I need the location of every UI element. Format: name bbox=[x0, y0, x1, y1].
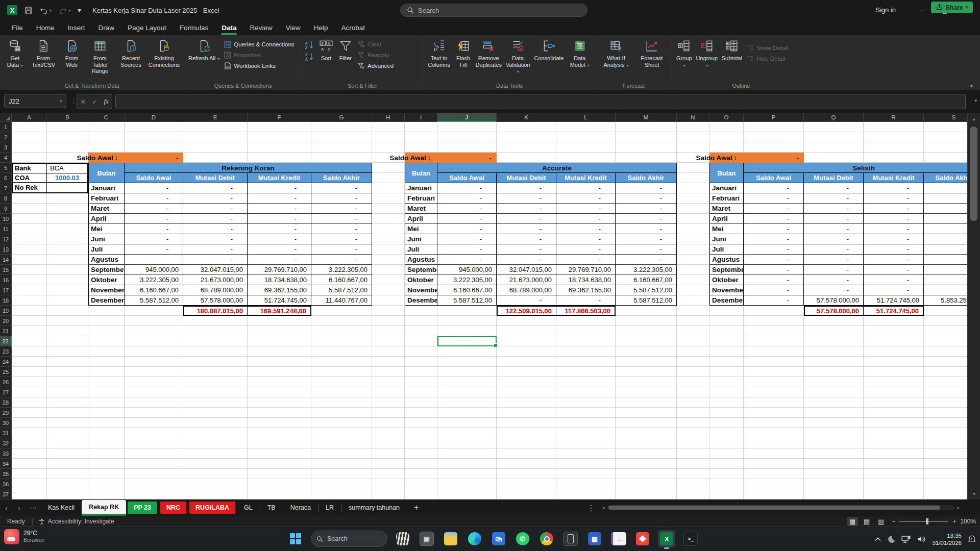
value-cell[interactable]: - bbox=[864, 224, 924, 234]
value-cell[interactable]: - bbox=[556, 255, 616, 265]
value-cell[interactable] bbox=[125, 255, 183, 265]
value-cell[interactable]: - bbox=[497, 234, 556, 244]
value-cell[interactable]: 18.734.638,00 bbox=[248, 275, 311, 285]
value-cell[interactable]: - bbox=[437, 183, 497, 193]
info-value[interactable] bbox=[47, 183, 87, 192]
refresh-all-button[interactable]: Refresh All ▾ bbox=[186, 37, 222, 64]
file-explorer-icon[interactable] bbox=[442, 530, 459, 547]
info-value[interactable]: 1000.03 bbox=[47, 173, 87, 183]
volume-icon[interactable] bbox=[917, 535, 926, 543]
tab-draw[interactable]: Draw bbox=[92, 20, 121, 35]
from-text-csv-button[interactable]: From Text/CSV bbox=[28, 37, 59, 69]
vertical-scroll-thumb[interactable] bbox=[970, 127, 977, 221]
advanced-filter-button[interactable]: Advanced bbox=[355, 61, 396, 70]
data-model-button[interactable]: iJData Model ▾ bbox=[566, 37, 594, 70]
value-cell[interactable]: - bbox=[183, 255, 248, 265]
anydesk-icon[interactable] bbox=[634, 530, 651, 547]
value-cell[interactable]: 5.587.512,00 bbox=[311, 285, 372, 295]
row-header-5[interactable]: 5 bbox=[0, 163, 12, 173]
value-cell[interactable]: - bbox=[497, 204, 556, 214]
value-cell[interactable]: - bbox=[311, 234, 372, 244]
value-cell[interactable]: - bbox=[864, 204, 924, 214]
month-cell[interactable]: April bbox=[709, 214, 744, 224]
row-header-29[interactable]: 29 bbox=[0, 408, 12, 418]
value-cell[interactable]: - bbox=[556, 295, 616, 306]
sheet-tab-tb[interactable]: TB bbox=[260, 499, 283, 516]
customize-quick-access-icon[interactable]: ▾ bbox=[78, 6, 81, 14]
undo-button[interactable]: ▾ bbox=[40, 6, 52, 14]
value-cell[interactable]: - bbox=[744, 193, 804, 204]
value-cell[interactable]: - bbox=[924, 193, 967, 204]
office-app-icon[interactable]: ▦ bbox=[586, 530, 603, 547]
value-cell[interactable]: - bbox=[744, 275, 804, 285]
value-cell[interactable]: - bbox=[125, 244, 183, 255]
value-cell[interactable]: 21.673.000,00 bbox=[497, 275, 556, 285]
vertical-scrollbar[interactable]: ▴ ▾ bbox=[967, 113, 980, 499]
column-header-L[interactable]: L bbox=[556, 113, 616, 122]
scroll-right-icon[interactable]: ▸ bbox=[957, 505, 960, 510]
value-cell[interactable]: - bbox=[248, 244, 311, 255]
column-header-R[interactable]: R bbox=[864, 113, 924, 122]
value-cell[interactable]: 5.587.512,00 bbox=[616, 285, 677, 295]
column-header-Q[interactable]: Q bbox=[804, 113, 864, 122]
row-header-3[interactable]: 3 bbox=[0, 142, 12, 153]
row-header-28[interactable]: 28 bbox=[0, 397, 12, 408]
value-cell[interactable]: - bbox=[924, 224, 967, 234]
value-cell[interactable]: - bbox=[616, 224, 677, 234]
value-cell[interactable]: - bbox=[616, 204, 677, 214]
value-cell[interactable]: - bbox=[497, 193, 556, 204]
value-cell[interactable]: - bbox=[864, 255, 924, 265]
horizontal-scrollbar[interactable]: ◂ ▸ bbox=[602, 505, 960, 511]
month-cell[interactable]: Oktober bbox=[709, 275, 744, 285]
value-cell[interactable]: 5.853.255,00 bbox=[924, 295, 967, 306]
value-cell[interactable]: - bbox=[616, 214, 677, 224]
page-break-view-icon[interactable]: ▥ bbox=[875, 517, 887, 526]
from-table-range-button[interactable]: From Table/ Range bbox=[85, 37, 116, 76]
value-cell[interactable]: - bbox=[311, 183, 372, 193]
row-header-26[interactable]: 26 bbox=[0, 377, 12, 387]
column-header-M[interactable]: M bbox=[616, 113, 677, 122]
value-cell[interactable]: - bbox=[616, 244, 677, 255]
tab-data[interactable]: Data bbox=[215, 20, 243, 35]
month-cell[interactable]: Desember bbox=[88, 295, 125, 306]
row-header-19[interactable]: 19 bbox=[0, 306, 12, 316]
column-header-K[interactable]: K bbox=[497, 113, 556, 122]
value-cell[interactable]: - bbox=[311, 255, 372, 265]
value-cell[interactable]: - bbox=[924, 244, 967, 255]
value-cell[interactable]: - bbox=[556, 193, 616, 204]
value-cell[interactable]: - bbox=[125, 204, 183, 214]
horizontal-scroll-thumb[interactable] bbox=[608, 506, 940, 510]
row-header-15[interactable]: 15 bbox=[0, 265, 12, 275]
value-cell[interactable]: - bbox=[437, 234, 497, 244]
value-cell[interactable]: - bbox=[311, 204, 372, 214]
column-header-J[interactable]: J bbox=[437, 113, 497, 122]
existing-connections-button[interactable]: Existing Connections bbox=[146, 37, 182, 69]
phone-link-icon[interactable] bbox=[562, 530, 579, 547]
value-cell[interactable]: - bbox=[248, 224, 311, 234]
row-header-13[interactable]: 13 bbox=[0, 244, 12, 255]
value-cell[interactable]: - bbox=[744, 214, 804, 224]
row-header-12[interactable]: 12 bbox=[0, 234, 12, 244]
column-header-H[interactable]: H bbox=[372, 113, 405, 122]
sheet-tab-rekap-rk[interactable]: Rekap RK bbox=[82, 500, 126, 516]
row-header-34[interactable]: 34 bbox=[0, 459, 12, 469]
tab-file[interactable]: File bbox=[5, 20, 30, 35]
value-cell[interactable]: - bbox=[183, 224, 248, 234]
collapse-ribbon-icon[interactable]: ▾ bbox=[970, 83, 973, 89]
value-cell[interactable]: - bbox=[744, 234, 804, 244]
name-box[interactable]: J22▾ bbox=[4, 94, 66, 108]
value-cell[interactable]: - bbox=[924, 234, 967, 244]
value-cell[interactable]: - bbox=[497, 224, 556, 234]
column-header-P[interactable]: P bbox=[744, 113, 804, 122]
reapply-filter-button[interactable]: Reapply bbox=[355, 50, 396, 60]
data-validation-button[interactable]: Data Validation ▾ bbox=[504, 37, 532, 77]
value-cell[interactable]: 51.724.745,00 bbox=[864, 295, 924, 306]
month-cell[interactable]: Agustus bbox=[405, 255, 437, 265]
value-cell[interactable]: - bbox=[864, 234, 924, 244]
info-value[interactable]: BCA bbox=[47, 164, 87, 173]
value-cell[interactable]: 21.673.000,00 bbox=[183, 275, 248, 285]
value-cell[interactable]: - bbox=[924, 204, 967, 214]
redo-button[interactable]: ▾ bbox=[59, 6, 70, 14]
row-header-2[interactable]: 2 bbox=[0, 132, 12, 142]
month-cell[interactable]: September bbox=[709, 265, 744, 275]
